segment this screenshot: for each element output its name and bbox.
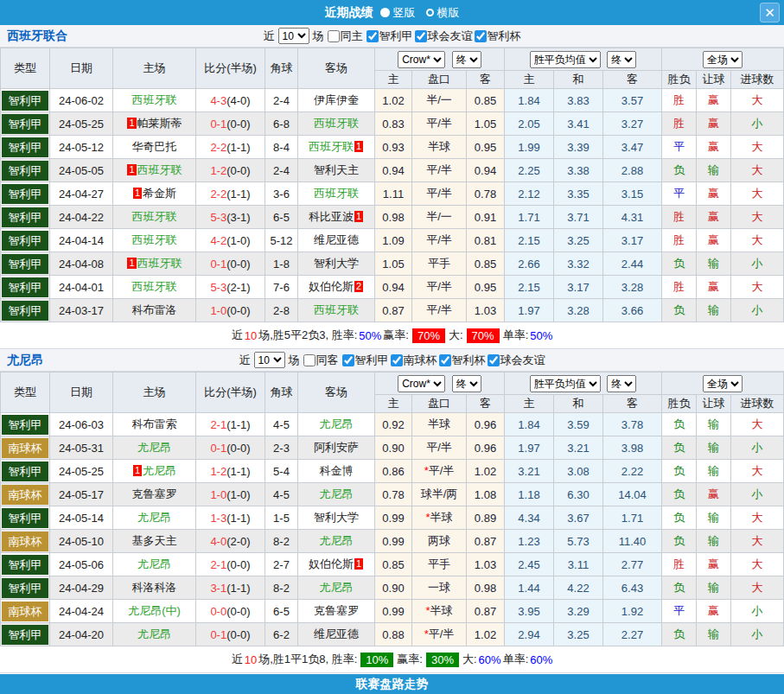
odds-stage-select[interactable]: 终: [452, 375, 481, 392]
team-name: 阿利安萨: [314, 441, 359, 454]
col-avg-away: 客: [603, 71, 662, 89]
league-badge: 智利甲: [2, 161, 48, 181]
avg-draw-cell: 3.71: [554, 206, 603, 229]
result-cell: 胜: [662, 112, 697, 136]
league-cell: 智利甲: [1, 229, 50, 252]
summary-segment: 单率:: [503, 328, 529, 343]
col-odds-away: 客: [467, 395, 505, 413]
halftime-score: (0-0): [226, 628, 250, 641]
league-cell: 智利甲: [1, 206, 50, 229]
near-count-select[interactable]: 10: [254, 352, 285, 368]
league-cell: 智利甲: [1, 413, 50, 436]
avg-away-cell: 2.27: [603, 623, 662, 646]
avg-stage-select[interactable]: 终: [607, 375, 636, 392]
avg-home-cell: 2.12: [505, 182, 554, 206]
halftime-score: (0-0): [226, 442, 250, 455]
same-side-checkbox-input[interactable]: [328, 30, 340, 42]
home-team-cell: 克鲁塞罗: [113, 483, 196, 506]
handicap-cell: 半/一: [412, 89, 467, 112]
score-cell: 0-1(0-0): [196, 112, 265, 136]
same-side-checkbox[interactable]: 同客: [303, 353, 339, 368]
col-avg-draw: 和: [554, 71, 603, 89]
corner-cell: 2-8: [265, 299, 298, 322]
league-filter-checkbox[interactable]: 南球杯: [391, 353, 437, 368]
avg-type-select[interactable]: 胜平负均值: [530, 375, 601, 392]
goals-result-cell: 大: [731, 460, 784, 483]
score-cell: 1-0(0-0): [196, 299, 265, 322]
odds-home-cell: 0.87: [375, 299, 412, 322]
corner-cell: 5-4: [265, 460, 298, 483]
odds-away-cell: 0.91: [467, 206, 505, 229]
section-2-controls: 尤尼昂 近 10 场 同客 智利甲南球杯智利杯球会友谊: [0, 349, 784, 372]
avg-draw-cell: 3.83: [554, 89, 603, 112]
result-cell: 负: [662, 299, 697, 322]
avg-away-cell: 3.17: [603, 229, 662, 252]
col-odds-home: 主: [375, 71, 412, 89]
fulltime-score: 4-0: [210, 535, 226, 548]
odds-home-cell: 1.09: [375, 229, 412, 252]
avg-type-select[interactable]: 胜平负均值: [530, 51, 601, 68]
odds-home-cell: 1.05: [375, 252, 412, 276]
same-side-checkbox[interactable]: 同主: [328, 29, 363, 44]
odds-away-cell: 0.81: [467, 229, 505, 252]
goals-result-cell: 小: [731, 623, 784, 646]
away-team-cell: 尤尼昂: [298, 576, 375, 600]
away-team-cell: 西班牙联: [298, 299, 375, 322]
odds-away-cell: 1.08: [467, 483, 505, 506]
scope-select[interactable]: 全场: [703, 375, 743, 392]
league-filter-checkbox[interactable]: 智利杯: [475, 29, 521, 44]
radio-horizontal-layout[interactable]: 横版: [426, 5, 460, 21]
avg-draw-cell: 3.28: [554, 299, 603, 322]
handicap-cell: 球半/两: [412, 483, 467, 506]
league-filter-checkbox-input[interactable]: [367, 30, 379, 42]
handicap-text: 平手: [428, 557, 450, 570]
league-filter-checkbox[interactable]: 球会友谊: [488, 353, 545, 368]
league-badge: 南球杯: [2, 602, 48, 621]
close-icon[interactable]: ✕: [760, 3, 780, 22]
scope-select[interactable]: 全场: [703, 51, 743, 68]
team-name-1: 西班牙联合: [7, 29, 67, 44]
avg-group-header: 胜平负均值 终: [505, 48, 662, 71]
league-filter-checkbox-input[interactable]: [342, 354, 354, 366]
handicap-cell: 平手: [412, 553, 467, 576]
league-filter-checkbox[interactable]: 球会友谊: [415, 29, 473, 44]
avg-home-cell: 2.15: [505, 229, 554, 252]
home-team-cell: 华奇巴托: [113, 136, 196, 159]
bookmaker-select[interactable]: Crow*: [398, 375, 445, 392]
league-filter-checkbox-input[interactable]: [415, 30, 427, 42]
bookmaker-select[interactable]: Crow*: [398, 51, 445, 68]
match-row: 智利甲24-05-14尤尼昂1-3(1-1)1-5智利大学0.99*半球0.89…: [1, 506, 784, 530]
match-row: 南球杯24-04-24尤尼昂(中)0-0(0-0)6-5克鲁塞罗0.99*半球0…: [1, 600, 784, 623]
odds-away-cell: 0.94: [467, 159, 505, 182]
odds-stage-select[interactable]: 终: [452, 51, 481, 68]
league-filter-checkbox[interactable]: 智利甲: [342, 353, 389, 368]
score-cell: 2-1(0-0): [196, 553, 265, 576]
league-filter-checkbox-input[interactable]: [391, 354, 403, 366]
league-filter-checkbox[interactable]: 智利杯: [439, 353, 486, 368]
date-cell: 24-05-31: [50, 436, 113, 460]
league-filter-checkbox[interactable]: 智利甲: [367, 29, 413, 44]
summary-segment: 60%: [530, 653, 552, 666]
date-cell: 24-03-17: [50, 299, 113, 322]
odds-away-cell: 1.03: [467, 553, 505, 576]
near-count-select[interactable]: 10: [278, 28, 309, 44]
away-team-cell: 奴伯伦斯1: [298, 553, 375, 576]
radio-vertical-layout[interactable]: 竖版: [380, 5, 416, 21]
avg-home-cell: 2.45: [505, 553, 554, 576]
odds-group-header: Crow* 终: [375, 372, 505, 395]
result-cell: 负: [662, 506, 697, 530]
summary-segment: 场,胜5平2负3, 胜率:: [258, 328, 357, 343]
match-row: 南球杯24-05-10基多天主4-0(2-0)8-2尤尼昂0.99两球0.871…: [1, 530, 784, 553]
avg-stage-select[interactable]: 终: [607, 51, 636, 68]
corner-cell: 3-6: [265, 182, 298, 206]
red-card-badge: 1: [133, 188, 142, 199]
league-filter-checkbox-input[interactable]: [439, 354, 451, 366]
league-filter-checkbox-input[interactable]: [475, 30, 487, 42]
league-filter-checkbox-input[interactable]: [488, 354, 500, 366]
goals-result-cell: 大: [731, 530, 784, 553]
halftime-score: (1-1): [226, 512, 250, 525]
same-side-checkbox-input[interactable]: [303, 354, 316, 366]
col-type: 类型: [1, 48, 50, 89]
corner-cell: 6-5: [265, 600, 298, 623]
team-name: 帕莱斯蒂: [137, 117, 182, 130]
